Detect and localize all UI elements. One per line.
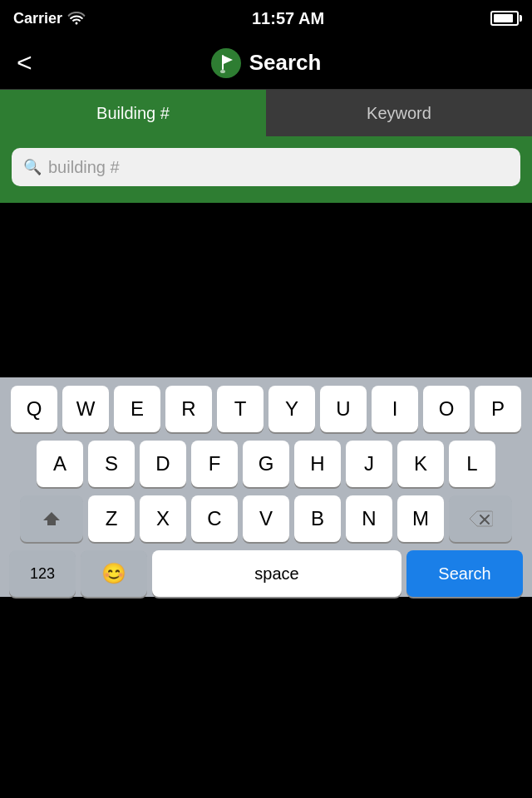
key-j[interactable]: J — [346, 441, 392, 487]
key-a[interactable]: A — [37, 441, 83, 487]
key-h[interactable]: H — [294, 441, 341, 487]
svg-point-3 — [220, 70, 225, 73]
carrier-label: Carrier — [13, 10, 62, 27]
key-n[interactable]: N — [346, 495, 392, 542]
carrier-wifi: Carrier — [13, 10, 86, 27]
svg-marker-4 — [43, 512, 60, 525]
tab-bar: Building # Keyword — [0, 90, 532, 136]
delete-icon — [468, 510, 493, 528]
key-p[interactable]: P — [475, 386, 521, 432]
key-g[interactable]: G — [243, 441, 289, 487]
key-z[interactable]: Z — [88, 495, 135, 542]
key-o[interactable]: O — [423, 386, 470, 432]
key-d[interactable]: D — [140, 441, 186, 487]
key-c[interactable]: C — [191, 495, 238, 542]
content-area — [0, 203, 532, 377]
key-v[interactable]: V — [243, 495, 289, 542]
svg-point-0 — [211, 48, 241, 78]
emoji-icon: 😊 — [101, 562, 126, 585]
shift-icon — [42, 509, 62, 529]
keyboard-row-1: Q W E R T Y U I O P — [0, 386, 532, 432]
keyboard-row-3: Z X C V B N M — [0, 495, 532, 542]
search-area: 🔍 — [0, 136, 532, 203]
search-input[interactable] — [48, 158, 509, 177]
key-m[interactable]: M — [397, 495, 444, 542]
keyboard: Q W E R T Y U I O P A S D F G H J K L Z … — [0, 377, 532, 597]
emoji-key[interactable]: 😊 — [81, 550, 147, 597]
space-key[interactable]: space — [152, 550, 401, 597]
search-icon: 🔍 — [23, 158, 42, 176]
key-w[interactable]: W — [62, 386, 109, 432]
shift-key[interactable] — [20, 495, 83, 542]
key-t[interactable]: T — [217, 386, 264, 432]
battery-indicator — [490, 11, 519, 26]
search-input-container: 🔍 — [12, 148, 520, 186]
time-display: 11:57 AM — [252, 9, 324, 28]
keyboard-bottom-row: 123 😊 space Search — [0, 550, 532, 597]
status-bar: Carrier 11:57 AM — [0, 0, 532, 37]
delete-key[interactable] — [449, 495, 512, 542]
keyboard-row-2: A S D F G H J K L — [0, 441, 532, 487]
key-y[interactable]: Y — [268, 386, 315, 432]
key-b[interactable]: B — [294, 495, 341, 542]
tab-building[interactable]: Building # — [0, 90, 266, 136]
nav-title: Search — [249, 50, 322, 76]
key-q[interactable]: Q — [11, 386, 57, 432]
num-key[interactable]: 123 — [9, 550, 76, 597]
back-button[interactable]: < — [10, 41, 39, 85]
key-l[interactable]: L — [449, 441, 495, 487]
tab-keyword[interactable]: Keyword — [266, 90, 532, 136]
key-s[interactable]: S — [88, 441, 135, 487]
key-e[interactable]: E — [114, 386, 160, 432]
key-u[interactable]: U — [320, 386, 367, 432]
nav-title-group: Search — [211, 48, 322, 78]
search-key[interactable]: Search — [406, 550, 523, 597]
key-r[interactable]: R — [165, 386, 212, 432]
svg-rect-1 — [222, 55, 224, 70]
wifi-icon — [67, 12, 86, 25]
key-i[interactable]: I — [372, 386, 418, 432]
key-k[interactable]: K — [397, 441, 444, 487]
nav-bar: < Search — [0, 37, 532, 90]
key-f[interactable]: F — [191, 441, 238, 487]
flag-pin-icon — [211, 48, 241, 78]
key-x[interactable]: X — [140, 495, 186, 542]
